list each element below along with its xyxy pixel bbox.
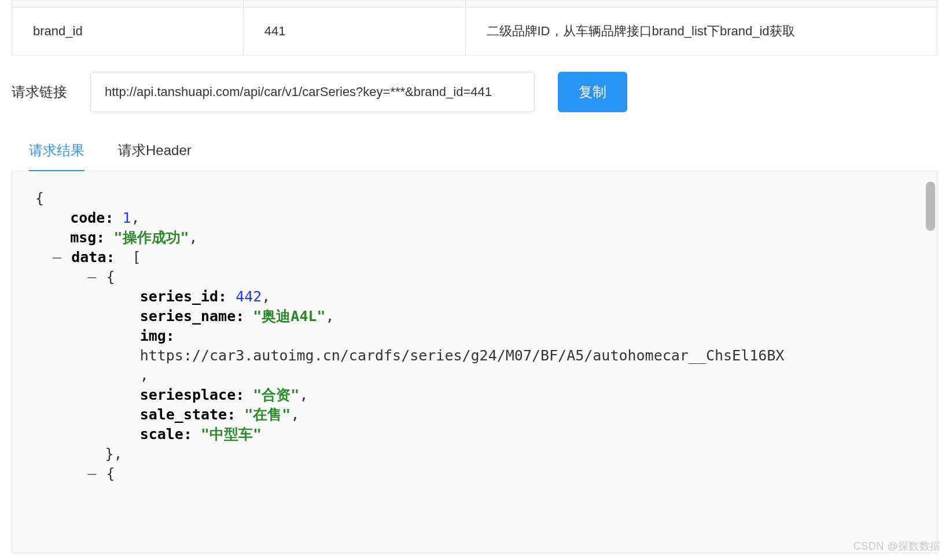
request-url-input[interactable]	[90, 72, 535, 112]
collapse-toggle-icon[interactable]: –	[87, 465, 96, 482]
request-url-row: 请求链接 复制	[12, 72, 937, 112]
tab-header[interactable]: 请求Header	[118, 141, 192, 172]
scrollbar-thumb[interactable]	[926, 182, 935, 231]
json-response-viewer[interactable]: { code: 1, msg: "操作成功", – data: [ – { se…	[12, 171, 937, 553]
json-content: { code: 1, msg: "操作成功", – data: [ – { se…	[35, 189, 914, 484]
params-table: brand_id 441 二级品牌ID，从车辆品牌接口brand_list下br…	[12, 0, 937, 56]
request-url-label: 请求链接	[12, 83, 67, 101]
result-tabs: 请求结果 请求Header	[12, 141, 937, 171]
param-name-cell: brand_id	[12, 8, 244, 56]
watermark-text: CSDN @探数数据	[854, 539, 941, 553]
copy-button[interactable]: 复制	[558, 72, 627, 112]
param-value-cell: 441	[243, 8, 465, 56]
tab-result[interactable]: 请求结果	[29, 141, 84, 172]
collapse-toggle-icon[interactable]: –	[87, 268, 96, 285]
collapse-toggle-icon[interactable]: –	[53, 249, 61, 266]
table-row: brand_id 441 二级品牌ID，从车辆品牌接口brand_list下br…	[12, 8, 937, 56]
param-desc-cell: 二级品牌ID，从车辆品牌接口brand_list下brand_id获取	[465, 8, 937, 56]
